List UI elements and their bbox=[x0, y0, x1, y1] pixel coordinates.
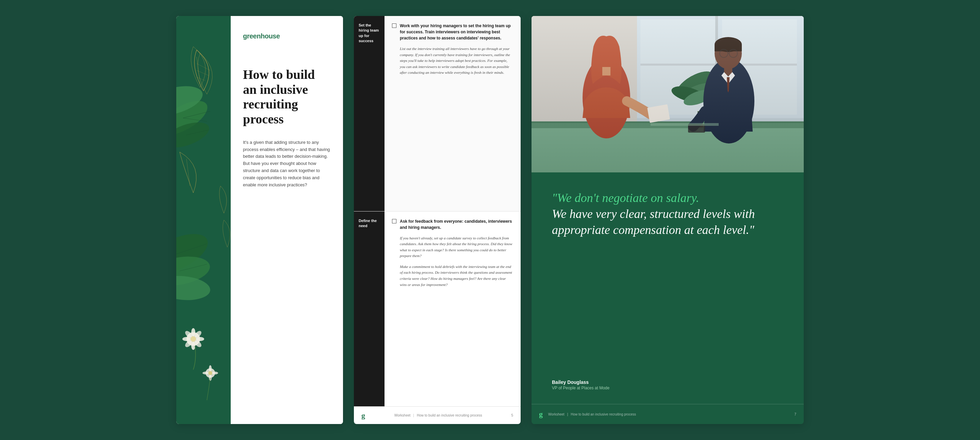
quote-footer-center: Worksheet | How to build an inclusive re… bbox=[548, 413, 636, 416]
cover-page: greenhouse How to build an inclusive rec… bbox=[176, 16, 343, 424]
quote-green-part: "We don't negotiate on salary. bbox=[552, 191, 699, 205]
svg-point-18 bbox=[191, 328, 195, 336]
attribution-section: Bailey Douglass VP of People at Places a… bbox=[552, 380, 783, 390]
quote-container: "We don't negotiate on salary. We have v… bbox=[552, 190, 783, 238]
attribution-name: Bailey Douglass bbox=[552, 380, 783, 385]
section-2-content: Ask for feedback from everyone: candidat… bbox=[385, 211, 520, 407]
section-1-content: Work with your hiring managers to set th… bbox=[385, 16, 520, 211]
attribution-title: VP of People at Places at Mode bbox=[552, 386, 783, 390]
worksheet-content: Set the hiring team up for success Work … bbox=[354, 16, 520, 406]
section-2-label-col: Define the need bbox=[354, 211, 385, 407]
svg-line-10 bbox=[186, 159, 190, 186]
footer-separator: | bbox=[413, 413, 414, 417]
quote-footer: g Worksheet | How to build an inclusive … bbox=[531, 404, 804, 424]
checkbox-2[interactable] bbox=[392, 219, 396, 223]
svg-point-20 bbox=[182, 337, 191, 341]
footer-logo: g bbox=[361, 411, 365, 420]
footer-title: How to build an inclusive recruiting pro… bbox=[417, 413, 482, 417]
section-2-label: Define the need bbox=[359, 218, 380, 229]
greenhouse-logo: greenhouse bbox=[243, 32, 331, 40]
worksheet-page: Set the hiring team up for success Work … bbox=[354, 16, 520, 424]
section-2-paragraph-1: If you haven't already, set up a candida… bbox=[392, 235, 513, 259]
section-1-label-col: Set the hiring team up for success bbox=[354, 16, 385, 211]
svg-point-30 bbox=[202, 372, 208, 374]
quote-footer-label: Worksheet bbox=[548, 413, 565, 416]
quote-text-section: "We don't negotiate on salary. We have v… bbox=[531, 172, 804, 404]
checkbox-1[interactable] bbox=[392, 24, 396, 28]
worksheet-section-1: Set the hiring team up for success Work … bbox=[354, 16, 520, 211]
svg-point-21 bbox=[196, 337, 204, 341]
quote-page: "We don't negotiate on salary. We have v… bbox=[531, 16, 804, 424]
section-1-paragraph: List out the interview training all inte… bbox=[392, 46, 513, 76]
cover-title: How to build an inclusive recruiting pro… bbox=[243, 67, 331, 127]
checkbox-2-label: Ask for feedback from everyone: candidat… bbox=[400, 218, 513, 230]
svg-point-19 bbox=[191, 342, 195, 350]
svg-point-31 bbox=[212, 372, 218, 374]
botanical-illustration bbox=[176, 16, 231, 424]
checkbox-row-2: Ask for feedback from everyone: candidat… bbox=[392, 218, 513, 230]
svg-point-28 bbox=[209, 365, 212, 371]
cover-content-panel: greenhouse How to build an inclusive rec… bbox=[231, 16, 343, 424]
quote-footer-page: 7 bbox=[794, 413, 796, 416]
photo-section bbox=[531, 16, 804, 172]
svg-rect-63 bbox=[531, 16, 804, 172]
cover-botanical-panel bbox=[176, 16, 231, 424]
logo-text: greenhouse bbox=[243, 32, 280, 40]
cover-body: It's a given that adding structure to an… bbox=[243, 139, 331, 189]
footer-center: Worksheet | How to build an inclusive re… bbox=[395, 413, 482, 417]
worksheet-footer: g Worksheet | How to build an inclusive … bbox=[354, 406, 520, 424]
svg-point-13 bbox=[176, 274, 211, 302]
quote-footer-title: How to build an inclusive recruiting pro… bbox=[571, 413, 636, 416]
quote-white-part: We have very clear, structured levels wi… bbox=[552, 207, 755, 237]
quote-text: "We don't negotiate on salary. We have v… bbox=[552, 190, 783, 238]
interview-photo bbox=[531, 16, 804, 172]
checkbox-row-1: Work with your hiring managers to set th… bbox=[392, 23, 513, 41]
svg-point-27 bbox=[208, 371, 212, 375]
quote-footer-sep: | bbox=[567, 413, 568, 416]
footer-page: 5 bbox=[511, 413, 513, 417]
checkbox-1-label: Work with your hiring managers to set th… bbox=[400, 23, 513, 41]
worksheet-section-2: Define the need Ask for feedback from ev… bbox=[354, 211, 520, 407]
footer-label: Worksheet bbox=[395, 413, 411, 417]
quote-footer-logo: g bbox=[539, 410, 543, 419]
section-1-label: Set the hiring team up for success bbox=[359, 23, 380, 44]
section-2-paragraph-2: Make a commitment to hold debriefs with … bbox=[392, 264, 513, 288]
